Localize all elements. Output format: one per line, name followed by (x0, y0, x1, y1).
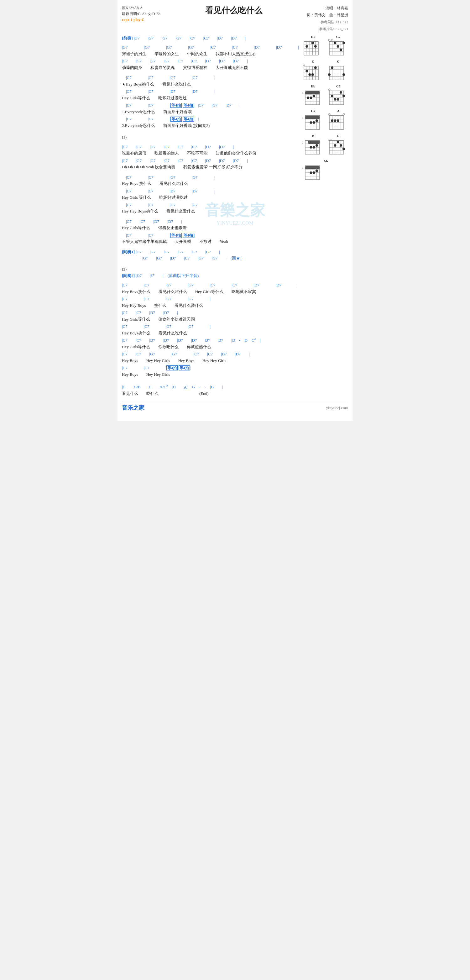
chord-diagram-c7: C7 (327, 84, 350, 107)
svg-point-64 (343, 73, 345, 76)
interlude2: [间奏2] |D7 |Eb | (原曲以下升半音) (122, 273, 299, 279)
svg-point-48 (311, 73, 314, 76)
header: 原KEY:Ab-A 建议男调:G-Ab 女:D-Eb capo:1 play:G… (122, 5, 348, 32)
svg-point-168 (343, 148, 345, 150)
s2-chord3: |C7 |C7 |D7 |D7 | (122, 310, 299, 316)
svg-point-31 (339, 49, 342, 51)
svg-point-166 (337, 141, 339, 143)
svg-point-183 (310, 172, 312, 174)
chord-svg-d7 (302, 39, 321, 58)
chord-diagram-g: G (327, 60, 350, 83)
chord-name-b: B (302, 134, 325, 138)
svg-rect-182 (305, 166, 319, 169)
s2-lyric6: Hey Boys Hey Hey Girls Hey Boys Hey Hey … (122, 358, 299, 364)
svg-point-47 (308, 73, 311, 76)
svg-point-13 (311, 42, 314, 44)
cr-lyric2: Hey Girls 等什么 吃坏好过没吃过 (122, 194, 299, 200)
chorus-lyric2: Hey Girls等什么 吃坏好过没吃过 (122, 95, 299, 101)
s2-chord2: |C7 |C7 |G7 |G7 | (122, 296, 299, 302)
section1-header: (1) (122, 134, 299, 140)
chord-svg-csharp: 4 (302, 113, 321, 132)
chord-name-c7: C7 (327, 84, 350, 88)
cr-lyric3: Hey Hey Boys挑什么 看见什么爱什么 (122, 208, 299, 214)
svg-point-28 (331, 39, 333, 41)
svg-text:4: 4 (302, 166, 303, 170)
performer: 演唱：林宥嘉 (307, 5, 348, 12)
section2-header: (2) (122, 266, 299, 272)
interlude1-chord1: [间奏1] |G7 |G7 |G7 |G7 |C7 |C7 | (122, 249, 299, 255)
cr-chord2: |C7 |C7 |D7 |D7 | (122, 188, 299, 194)
footer-url: yinyuezj.com (326, 405, 348, 410)
cr-chord5: |C7 |C7 |等4拍|等4拍| (122, 232, 299, 239)
svg-point-97 (337, 98, 339, 100)
key-info: 原KEY:Ab-A (122, 5, 160, 11)
svg-point-45 (303, 64, 305, 66)
s1-lyric2: Oh Oh Oh Oh Yeah 饮食要均衡 我爱素也爱荤 一网打尽 好夕不分 (122, 164, 299, 170)
footer-bar: 音乐之家 yinyuezj.com (122, 402, 348, 412)
header-right: 演唱：林宥嘉 词：黄伟文 曲：韩星洲 参考刷法:X↑↓↓↑↓↑ 参考指法:T12… (307, 5, 348, 32)
s2-chord5: |C7 |C7 |D7 |D7 |D7 |D7 D7 D7 |D - D C# … (122, 337, 299, 344)
ending-chord: |G G/B C A/C# |D Ab G - - |G | (122, 384, 299, 390)
svg-point-29 (334, 42, 336, 44)
svg-point-49 (314, 67, 317, 69)
svg-point-32 (343, 42, 345, 44)
s2-lyric7: Hey Boys Hey Hey Girls (122, 371, 299, 378)
s2-lyric3: Hey Girls等什么 偏食的小孩难进天国 (122, 316, 299, 323)
chorus-chord2: |C7 |C7 |D7 |D7 | (122, 88, 299, 95)
s2-chord1: |C7 |C7 |G7 |G7 |C7 |C7 |D7 |D7 | (122, 282, 299, 288)
chorus-chord1: |C7 |C7 |G7 |G7 | (122, 75, 299, 81)
svg-point-116 (316, 119, 318, 122)
svg-point-165 (334, 144, 336, 147)
header-left: 原KEY:Ab-A 建议男调:G-Ab 女:D-Eb capo:1 play:G (122, 5, 160, 32)
svg-point-46 (305, 70, 308, 72)
chord-name-g7: G7 (327, 35, 350, 38)
svg-point-133 (343, 113, 345, 115)
svg-point-167 (339, 144, 342, 147)
svg-point-63 (331, 67, 333, 69)
s2-lyric4: Hey Boys挑什么 看见什么吃什么 (122, 330, 299, 336)
svg-point-96 (334, 98, 336, 100)
chorus-chord3: |C7 |C7 |等4拍|等4拍 |C7 |G7 |D7 | (122, 102, 299, 108)
svg-point-98 (339, 91, 342, 94)
cr-chord1: |C7 |C7 |G7 |G7 | (122, 174, 299, 181)
svg-rect-113 (305, 116, 319, 119)
chord-diagram-g7: G7 (327, 35, 350, 58)
chord-svg-g7 (327, 39, 346, 58)
svg-point-131 (334, 119, 336, 122)
chord-diagram-d7: D7 (302, 35, 325, 58)
chord-diagram-eb: Eb 6 (302, 84, 325, 107)
chord-diagrams: D7 (302, 35, 350, 398)
s2-chord4: |C7 |C7 |G7 |G7 | (122, 323, 299, 330)
svg-rect-147 (308, 141, 319, 144)
strum2: 参考指法:T123_121 (307, 26, 348, 32)
ending-lyric: 看见什么 吃什么 (End) (122, 390, 299, 397)
chord-name-d: D (327, 134, 350, 138)
svg-point-149 (313, 146, 315, 148)
chord-name-csharp: C# (302, 109, 325, 113)
svg-point-12 (305, 45, 308, 48)
cr-lyric5: 不管人鬼神猪牛羊鸡鸭鹅 大开食戒 不放过 Yeah (122, 239, 299, 245)
chord-diagram-csharp: C# 4 (302, 109, 325, 132)
s1-chord2: |G7 |G7 |G7 |G7 |C7 |C7 |D7 |D7 |D7 | (122, 158, 299, 164)
cr-chord3: |C7 |C7 |G7 |G7 | (122, 202, 299, 208)
chord-diagram-ab-container: Ab 4 (302, 159, 350, 182)
svg-point-30 (337, 45, 339, 48)
chord-svg-c (302, 64, 321, 83)
strum1: 参考刷法:X↑↓↓↑↓↑ (307, 19, 348, 25)
page: 原KEY:Ab-A 建议男调:G-Ab 女:D-Eb capo:1 play:G… (118, 0, 352, 421)
chord-svg-eb: 6 (302, 88, 321, 107)
chord-diagram-b: B 2 (302, 134, 325, 157)
svg-point-132 (337, 119, 339, 122)
footer-logo: 音乐之家 (122, 404, 144, 412)
cr-chord4: |C7 |C7 |D7 |D7 | (122, 218, 299, 225)
svg-point-114 (310, 121, 312, 124)
interlude1-chord2: |G7 |G7 |D7 |C7 |G7 |G7 | (回★) (122, 255, 299, 261)
intro-line: [前奏] |G7 |G7 |G7 |G7 |C7 |C7 |D7 |D7 | (122, 35, 299, 41)
svg-point-80 (310, 97, 312, 99)
song-title: 看见什么吃什么 (160, 5, 307, 16)
chord-name-ab: Ab (302, 159, 350, 163)
s1-chord1: |G7 |G7 |G7 |G7 |C7 |C7 |D7 |D7 | (122, 144, 299, 150)
svg-point-115 (313, 121, 315, 124)
chord-name-d7: D7 (302, 35, 325, 38)
svg-point-130 (331, 119, 333, 122)
